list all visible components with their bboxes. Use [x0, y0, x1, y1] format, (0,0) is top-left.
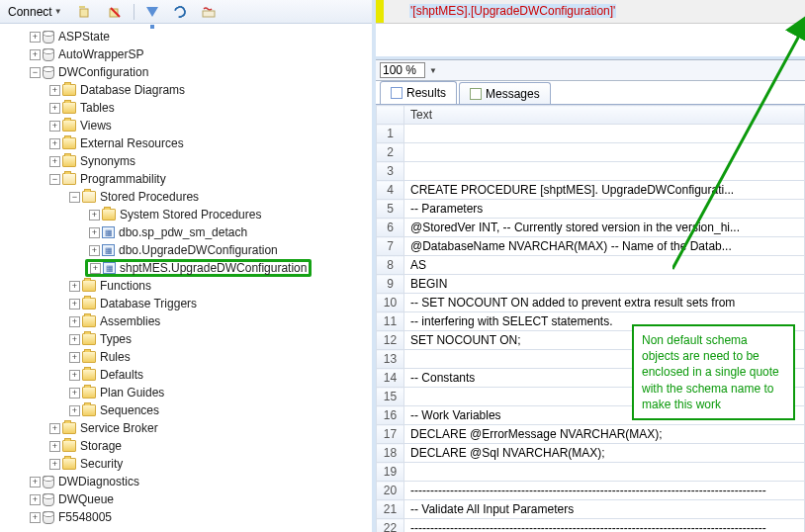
table-row[interactable]: 5-- Parameters [377, 200, 805, 219]
grid-cell[interactable] [404, 162, 805, 181]
tab-messages[interactable]: Messages [459, 82, 551, 104]
expand-icon[interactable]: + [69, 405, 80, 416]
db-autowrapper[interactable]: +AutoWrapperSP [6, 45, 372, 63]
db-dwconfig[interactable]: −DWConfiguration [6, 63, 372, 81]
grid-cell[interactable] [404, 463, 805, 482]
refresh-button[interactable] [170, 4, 190, 20]
grid-cell[interactable]: -- Validate All Input Parameters [404, 500, 805, 519]
expand-icon[interactable]: + [49, 138, 60, 149]
connect-icon-button[interactable] [74, 3, 96, 21]
folder-tables[interactable]: +Tables [6, 99, 372, 117]
folder-db-triggers[interactable]: +Database Triggers [6, 295, 372, 312]
grid-cell[interactable]: -- SET NOCOUNT ON added to prevent extra… [404, 294, 805, 312]
folder-system-sprocs[interactable]: +System Stored Procedures [6, 206, 372, 223]
table-row[interactable]: 4CREATE PROCEDURE [shptMES]. UpgradeDWCo… [377, 181, 805, 200]
table-row[interactable]: 2 [377, 143, 805, 162]
table-row[interactable]: 21-- Validate All Input Parameters [377, 500, 805, 519]
collapse-icon[interactable]: − [49, 174, 60, 185]
grid-cell[interactable]: CREATE PROCEDURE [shptMES]. UpgradeDWCon… [404, 181, 805, 200]
db-dwdiagnostics[interactable]: +DWDiagnostics [6, 473, 372, 490]
table-row[interactable]: 10-- SET NOCOUNT ON added to prevent ext… [377, 294, 805, 312]
expand-icon[interactable]: + [30, 32, 41, 43]
expand-icon[interactable]: + [69, 281, 80, 292]
expand-icon[interactable]: + [69, 334, 80, 345]
expand-icon[interactable]: + [49, 85, 60, 96]
expand-icon[interactable]: + [49, 156, 60, 167]
sproc-sp-pdw-sm-detach[interactable]: +▦dbo.sp_pdw_sm_detach [6, 223, 372, 241]
folder-types[interactable]: +Types [6, 330, 372, 348]
expand-icon[interactable]: + [49, 121, 60, 132]
expand-icon[interactable]: + [69, 316, 80, 327]
expand-icon[interactable]: + [49, 459, 60, 470]
table-row[interactable]: 8AS [377, 256, 805, 275]
object-explorer-tree[interactable]: +ASPState +AutoWrapperSP −DWConfiguratio… [0, 24, 372, 532]
table-row[interactable]: 9BEGIN [377, 275, 805, 294]
table-row[interactable]: 6@StoredVer INT, -- Currently stored ver… [377, 219, 805, 237]
folder-dbdiagrams[interactable]: +Database Diagrams [6, 81, 372, 99]
grid-cell[interactable] [404, 125, 805, 143]
table-row[interactable]: 1 [377, 125, 805, 143]
table-row[interactable]: 20--------------------------------------… [377, 482, 805, 500]
db-fnum[interactable]: +F5548005 [6, 508, 372, 526]
grid-cell[interactable]: ----------------------------------------… [404, 519, 805, 533]
grid-cell[interactable]: @StoredVer INT, -- Currently stored vers… [404, 219, 805, 237]
expand-icon[interactable]: + [90, 263, 101, 274]
table-row[interactable]: 17DECLARE @ErrorMessage NVARCHAR(MAX); [377, 425, 805, 444]
expand-icon[interactable]: + [89, 227, 100, 238]
folder-defaults[interactable]: +Defaults [6, 366, 372, 384]
table-row[interactable]: 7@DatabaseName NVARCHAR(MAX) -- Name of … [377, 237, 805, 256]
chevron-down-icon[interactable]: ▼ [429, 66, 437, 75]
expand-icon[interactable]: + [49, 423, 60, 434]
grid-cell[interactable]: -- Parameters [404, 200, 805, 219]
results-grid[interactable]: Text 1234CREATE PROCEDURE [shptMES]. Upg… [376, 105, 805, 532]
zoom-input[interactable] [380, 62, 425, 78]
expand-icon[interactable]: + [30, 477, 41, 488]
disconnect-icon-button[interactable] [104, 3, 126, 21]
tab-results[interactable]: Results [380, 81, 457, 104]
grid-cell[interactable]: ----------------------------------------… [404, 482, 805, 500]
folder-external-resources[interactable]: +External Resources [6, 134, 372, 152]
sproc-shptmes-upgradedw[interactable]: +▦shptMES.UpgradeDWConfiguration [85, 259, 312, 277]
grid-cell[interactable] [404, 143, 805, 162]
expand-icon[interactable]: + [89, 210, 100, 221]
table-row[interactable]: 19 [377, 463, 805, 482]
folder-synonyms[interactable]: +Synonyms [6, 152, 372, 170]
folder-plan-guides[interactable]: +Plan Guides [6, 384, 372, 401]
expand-icon[interactable]: + [69, 299, 80, 310]
expand-icon[interactable]: + [30, 512, 41, 523]
table-row[interactable]: 3 [377, 162, 805, 181]
connect-button[interactable]: Connect ▼ [4, 3, 66, 21]
expand-icon[interactable]: + [69, 370, 80, 381]
expand-icon[interactable]: + [30, 494, 41, 505]
folder-assemblies[interactable]: +Assemblies [6, 312, 372, 330]
grid-cell[interactable]: AS [404, 256, 805, 275]
grid-cell[interactable]: BEGIN [404, 275, 805, 294]
table-row[interactable]: 22--------------------------------------… [377, 519, 805, 533]
grid-cell[interactable]: DECLARE @Sql NVARCHAR(MAX); [404, 444, 805, 463]
expand-icon[interactable]: + [49, 441, 60, 452]
folder-security[interactable]: +Security [6, 455, 372, 473]
filter-button[interactable] [142, 5, 162, 19]
collapse-icon[interactable]: − [30, 67, 41, 78]
grid-cell[interactable]: @DatabaseName NVARCHAR(MAX) -- Name of t… [404, 237, 805, 256]
folder-rules[interactable]: +Rules [6, 348, 372, 366]
db-aspstate[interactable]: +ASPState [6, 28, 372, 45]
folder-service-broker[interactable]: +Service Broker [6, 419, 372, 437]
folder-views[interactable]: +Views [6, 117, 372, 134]
folder-programmability[interactable]: −Programmability [6, 170, 372, 188]
folder-sequences[interactable]: +Sequences [6, 401, 372, 419]
table-row[interactable]: 18DECLARE @Sql NVARCHAR(MAX); [377, 444, 805, 463]
collapse-icon[interactable]: − [69, 192, 80, 203]
folder-stored-procedures[interactable]: −Stored Procedures [6, 188, 372, 206]
expand-icon[interactable]: + [49, 103, 60, 114]
expand-icon[interactable]: + [69, 352, 80, 363]
folder-functions[interactable]: +Functions [6, 277, 372, 295]
sproc-dbo-upgradedw[interactable]: +▦dbo.UpgradeDWConfiguration [6, 241, 372, 259]
grid-cell[interactable]: DECLARE @ErrorMessage NVARCHAR(MAX); [404, 425, 805, 444]
expand-icon[interactable]: + [30, 49, 41, 60]
script-button[interactable] [198, 3, 220, 21]
db-dwqueue[interactable]: +DWQueue [6, 490, 372, 508]
expand-icon[interactable]: + [89, 245, 100, 256]
expand-icon[interactable]: + [69, 388, 80, 399]
sql-editor[interactable]: '[shptMES].[UpgradeDWConfiguration]' [376, 0, 805, 24]
